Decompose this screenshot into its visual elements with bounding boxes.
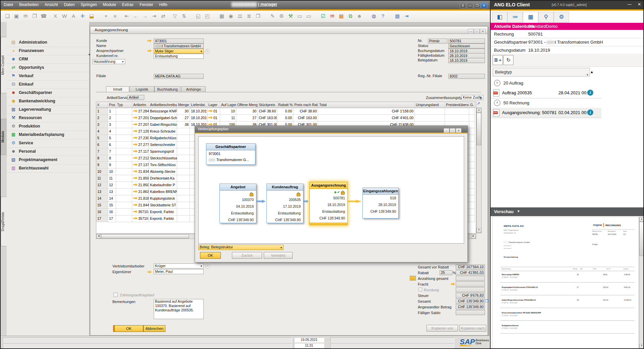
copy-icon[interactable]: ❐ [31,12,39,20]
doc-export-icon[interactable]: ◰ [203,12,211,20]
context-menu-icon[interactable]: ≡ [205,264,210,268]
sidebar-item-service[interactable]: ⚙Service [7,139,89,148]
link-arrow-icon[interactable] [147,39,152,42]
last-record-icon[interactable]: ⇥ [150,12,158,20]
column-header[interactable]: Menge [177,102,190,108]
link-arrow-icon[interactable] [133,190,138,193]
zahlungsauftragslauf-checkbox[interactable] [113,293,118,297]
tab-buchhaltung[interactable]: Buchhaltung [154,86,181,92]
close-icon[interactable]: ✕ [480,29,486,34]
close-icon[interactable]: ✕ [481,3,487,8]
checklist-icon[interactable]: ☑ [319,12,327,20]
belegdatum-field[interactable]: 18.10.2019 [448,58,485,63]
minimize-icon[interactable]: — [468,29,474,34]
comment-out-icon[interactable]: ▭ [305,12,313,20]
link-arrow-icon[interactable] [133,177,138,180]
comment-icon[interactable]: ▭ [296,12,304,20]
nr-type-field[interactable]: Primär [428,39,447,44]
link-arrow-icon[interactable] [133,156,138,159]
copy-balance-icon[interactable]: ❐ [485,299,489,303]
elo-database-tab-icon[interactable]: ◧ [492,12,507,22]
export-word-icon[interactable]: W [60,12,68,20]
filiale-field[interactable]: MEPA-DATA AG [154,74,204,79]
kundenref-nr--field[interactable]: Erstaustattung [154,54,204,59]
ok-button[interactable]: OK [113,325,143,332]
doc-gear-icon[interactable]: ▩ [393,12,401,20]
rundung-field[interactable] [456,287,485,292]
flow-box-eingangszahlungen[interactable]: Eingangszahlungen51828.10.2019CHF 135'34… [362,188,399,218]
link-arrow-icon[interactable] [133,150,138,153]
elo-workflow-tab-icon[interactable]: ≔ [507,12,523,22]
minimize-icon[interactable]: — [467,3,473,8]
link-arrow-icon[interactable] [133,170,138,173]
column-header[interactable]: Ursprungsland [415,102,445,108]
minimize-icon[interactable]: — [628,2,632,7]
elo-settings-tab-icon[interactable]: ⚙ [554,12,569,22]
print-icon[interactable]: ▣ [12,12,20,20]
scales-icon[interactable]: ⚖ [236,12,244,20]
context-menu-icon[interactable]: ≡ [205,49,210,54]
sidebar-item-materialbedarfsplanung[interactable]: ▦Materialbedarfsplanung [7,131,89,139]
doc-import-icon[interactable]: ◱ [194,12,202,20]
artikel-serviceart-field[interactable]: Artikel [128,95,144,100]
browse-dots-button[interactable]: ... [410,276,416,281]
menu-bearbeiten[interactable]: Bearbeiten [16,1,42,9]
list-icon[interactable]: ≡ [111,12,119,20]
link-arrow-icon[interactable] [133,203,138,206]
vertriebsmitarbeiter-combo[interactable]: Krüger▼ [154,263,204,268]
elo-document-row[interactable]: Auftrag 20053528.04.2021 00:00i [491,88,601,98]
doc-forward-icon[interactable]: ⇥ [402,12,410,20]
abbrechen-button[interactable]: Abbrechen [143,325,165,332]
sidebar-item-einkauf[interactable]: ⊟Einkauf [7,80,89,89]
find-icon[interactable]: ⌖ [102,12,110,20]
link-arrow-icon[interactable] [208,116,213,119]
sidebar-item-projektmanagement[interactable]: ▧Projektmanagement [7,156,89,164]
gesamt-vor-rabatt-field[interactable]: CHF 167'564.10 [456,264,485,269]
link-arrow-icon[interactable] [133,183,138,186]
preview-scrollbar[interactable]: ▲ ▼ [639,217,644,349]
dialog-title-bar[interactable]: Verknüpfungsplan [195,126,467,133]
help-icon[interactable]: ? [379,12,387,20]
menu-springen[interactable]: Springen [78,1,100,9]
grid-expand-icon[interactable]: ⇗ [477,101,480,106]
belegtyp-combo[interactable]: Belegtyp▼ [493,68,590,77]
rundung-checkbox[interactable] [418,288,422,291]
column-header[interactable]: Total [318,102,415,108]
refresh-icon[interactable]: ⇄ [159,12,167,20]
flow-box-kundenauftrag[interactable]: Kundenauftrag20053517.10.2019Erstaustatt… [266,184,303,223]
column-header[interactable]: G... [469,102,475,108]
bemerkungen-textarea[interactable]: Basierend auf Angebote 100370. Basierend… [154,299,204,319]
kopieren-von-button[interactable]: Kopieren von [427,325,458,332]
email-icon[interactable]: ✉ [21,12,30,20]
link-arrow-icon[interactable] [451,283,455,286]
elo-documents-tab-icon[interactable]: ▦ [523,12,538,22]
maximize-icon[interactable]: □ [474,29,480,34]
sidebar-item-opportunitys[interactable]: ⇄Opportunitys [7,63,89,72]
doc-search-icon[interactable]: ❒ [254,12,262,20]
link-arrow-icon[interactable] [208,109,213,112]
close-icon[interactable]: ✕ [638,2,641,7]
reg.-nr.-filiale-field[interactable]: 8302 [448,74,485,79]
menu-daten[interactable]: Daten [61,1,78,9]
link-arrow-icon[interactable] [133,123,138,126]
menu-extras[interactable]: Extras [119,1,137,9]
kunde-field[interactable]: 973001 [154,39,204,44]
rabatt-percent-field[interactable]: 25 [440,270,452,275]
sidebar-item-verkauf[interactable]: ⚑Verkauf [7,72,89,81]
previous-record-icon[interactable]: ← [132,12,140,20]
link-arrow-icon[interactable] [133,163,138,166]
elo-section-header[interactable]: ∧20 Auftrag [491,79,601,88]
column-header[interactable]: Stückpreis [258,102,277,108]
link-arrow-icon[interactable] [133,217,138,220]
payment-means-icon[interactable]: ▦ [218,12,226,20]
zusammenfassungstyp-combo[interactable]: Keine Zusfg.▼ [461,95,483,100]
elo-search-tab-icon[interactable]: ⚲ [538,12,554,22]
tab-inhalt[interactable]: Inhalt [106,86,129,92]
fälliger-saldo-field[interactable] [456,310,485,315]
column-header[interactable]: Pos [108,102,116,108]
column-header[interactable]: # [96,102,108,108]
refresh-icon[interactable]: ↻ [503,55,513,65]
table-row[interactable]: 2227.201.52Doppelgabel-Schlüsselsat2718.… [96,115,476,121]
column-header[interactable]: Typ [116,102,132,108]
sidebar-item-administration[interactable]: ▤Administration [7,38,89,47]
